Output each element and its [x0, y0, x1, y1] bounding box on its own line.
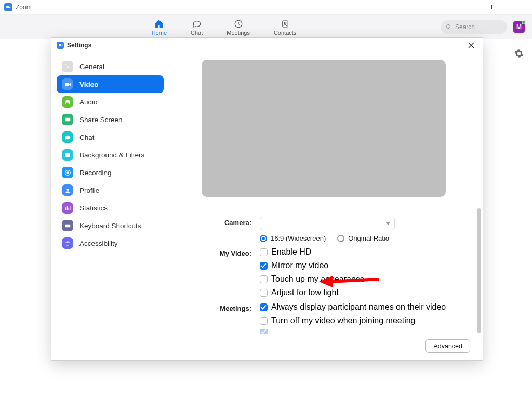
settings-title: Settings — [67, 42, 91, 49]
share-screen-icon — [62, 114, 73, 125]
touch-up-checkbox[interactable]: Touch up my appearance — [260, 274, 462, 284]
app-title: Zoom — [16, 4, 32, 11]
camera-preview — [202, 60, 446, 197]
sidebar-item-label: Accessibility — [79, 240, 118, 247]
low-light-checkbox[interactable]: Adjust for low light — [260, 288, 462, 297]
checkbox-icon — [260, 303, 268, 311]
checkbox-icon — [260, 262, 268, 270]
content-scrollbar[interactable] — [477, 208, 481, 333]
checkbox-icon — [260, 275, 268, 283]
accessibility-icon — [62, 237, 73, 249]
keyboard-icon — [62, 220, 73, 231]
nav-tab-label: Chat — [191, 30, 203, 36]
partial-row-cutoff — [260, 329, 462, 334]
sidebar-item-label: Share Screen — [79, 116, 123, 124]
checkbox-label: Adjust for low light — [271, 288, 339, 297]
settings-header: Settings — [51, 38, 483, 52]
search-icon — [446, 24, 452, 30]
checkbox-icon — [260, 317, 268, 325]
checkbox-label: Turn off my video when joining meeting — [271, 316, 415, 325]
mirror-video-checkbox[interactable]: Mirror my video — [260, 261, 462, 270]
profile-icon — [62, 184, 73, 196]
main-settings-gear[interactable] — [514, 49, 524, 60]
video-icon — [62, 78, 73, 90]
sidebar-item-shortcuts[interactable]: Keyboard Shortcuts — [57, 217, 164, 234]
recording-icon — [62, 167, 73, 178]
radio-icon — [260, 235, 267, 242]
radio-label: Original Ratio — [348, 234, 389, 242]
button-label: Advanced — [433, 342, 462, 350]
sidebar-item-audio[interactable]: Audio — [57, 93, 164, 111]
sidebar-item-label: Video — [79, 81, 99, 88]
svg-point-17 — [66, 188, 69, 190]
gear-icon — [514, 49, 524, 58]
clock-icon — [233, 19, 244, 29]
sidebar-item-recording[interactable]: Recording — [57, 164, 164, 181]
sidebar-item-chat[interactable]: Chat — [57, 128, 164, 146]
turn-off-video-join-checkbox[interactable]: Turn off my video when joining meeting — [260, 316, 462, 325]
sidebar-item-label: Recording — [79, 169, 112, 177]
sidebar-item-share-screen[interactable]: Share Screen — [57, 111, 164, 128]
camera-label: Camera: — [202, 217, 260, 227]
nav-tab-contacts[interactable]: Contacts — [274, 19, 296, 36]
nav-tab-home[interactable]: Home — [152, 19, 167, 36]
checkbox-icon — [260, 248, 268, 256]
settings-window: Settings General Video Audio Share Scree… — [51, 37, 483, 361]
background-icon — [62, 149, 73, 161]
checkbox-label: Always display participant names on thei… — [271, 302, 446, 312]
settings-content-video: Camera: 16:9 (Widescreen) Origin — [169, 52, 483, 360]
window-maximize-button[interactable] — [482, 0, 505, 15]
radio-icon — [337, 235, 344, 242]
checkbox-label: Mirror my video — [271, 261, 328, 270]
ratio-original-radio[interactable]: Original Ratio — [337, 234, 389, 242]
window-close-button[interactable] — [505, 0, 528, 15]
search-input[interactable]: Search — [441, 20, 507, 34]
svg-rect-18 — [65, 224, 70, 227]
sidebar-item-video[interactable]: Video — [57, 75, 164, 93]
sidebar-item-label: Background & Filters — [79, 151, 144, 159]
sidebar-item-label: Profile — [79, 187, 99, 194]
svg-point-19 — [67, 241, 68, 242]
my-video-label: My Video: — [202, 247, 260, 257]
settings-close-button[interactable] — [465, 39, 477, 51]
svg-point-6 — [284, 22, 286, 24]
ratio-169-radio[interactable]: 16:9 (Widescreen) — [260, 234, 326, 242]
settings-sidebar: General Video Audio Share Screen Chat Ba… — [51, 52, 169, 360]
meetings-label: Meetings: — [202, 302, 260, 312]
camera-select[interactable] — [260, 217, 395, 230]
advanced-button[interactable]: Advanced — [425, 339, 470, 353]
user-avatar[interactable]: M — [513, 21, 525, 33]
contacts-icon — [280, 19, 290, 29]
svg-point-16 — [66, 171, 69, 174]
sidebar-item-profile[interactable]: Profile — [57, 181, 164, 199]
enable-hd-checkbox[interactable]: Enable HD — [260, 247, 462, 257]
checkbox-label: Enable HD — [271, 247, 311, 257]
zoom-app-icon — [4, 3, 12, 11]
nav-tab-label: Home — [152, 30, 167, 36]
checkbox-icon — [260, 289, 268, 297]
show-names-checkbox[interactable]: Always display participant names on thei… — [260, 302, 462, 312]
sidebar-item-label: Statistics — [79, 204, 108, 212]
sidebar-item-label: Chat — [79, 134, 95, 141]
svg-point-11 — [66, 65, 68, 67]
window-minimize-button[interactable] — [459, 0, 482, 15]
sidebar-item-accessibility[interactable]: Accessibility — [57, 234, 164, 252]
sidebar-item-general[interactable]: General — [57, 58, 164, 75]
main-navbar: Home Chat Meetings Contacts Search M — [0, 15, 532, 39]
svg-rect-1 — [491, 5, 496, 9]
nav-tab-chat[interactable]: Chat — [191, 19, 203, 36]
svg-point-7 — [447, 25, 450, 29]
svg-point-14 — [67, 154, 68, 155]
statistics-icon — [62, 202, 73, 214]
sidebar-item-background[interactable]: Background & Filters — [57, 146, 164, 164]
presence-indicator — [522, 20, 526, 24]
sidebar-item-statistics[interactable]: Statistics — [57, 199, 164, 217]
nav-tab-label: Contacts — [274, 30, 296, 36]
home-icon — [154, 19, 164, 29]
checkbox-icon — [260, 329, 268, 334]
svg-line-8 — [450, 28, 451, 30]
nav-tab-meetings[interactable]: Meetings — [227, 19, 250, 36]
chat-icon — [62, 131, 73, 143]
avatar-initial: M — [516, 23, 522, 31]
sidebar-item-label: General — [79, 63, 104, 71]
